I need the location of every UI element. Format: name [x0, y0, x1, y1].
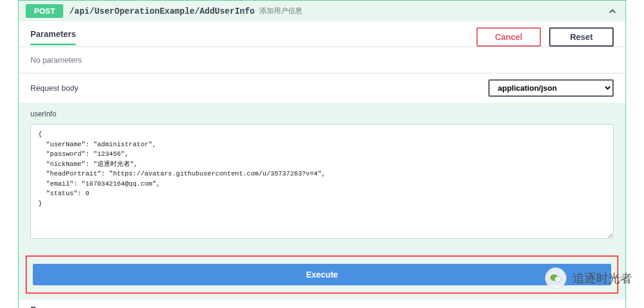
operation-header[interactable]: POST /api/UserOperationExample/AddUserIn…: [18, 1, 626, 21]
no-parameters-text: No parameters: [18, 47, 626, 73]
request-body-section: userInfo: [18, 103, 626, 252]
svg-point-1: [555, 276, 561, 282]
watermark-text: 追逐时光者: [572, 270, 632, 287]
watermark: 追逐时光者: [545, 267, 632, 289]
content-type-select[interactable]: application/json: [488, 79, 614, 97]
action-buttons: Cancel Reset: [476, 27, 614, 47]
responses-tab[interactable]: Responses: [30, 305, 75, 308]
parameters-tab[interactable]: Parameters: [30, 29, 76, 45]
chevron-up-icon[interactable]: [608, 7, 617, 16]
endpoint-description: 添加用户信息: [259, 6, 302, 16]
request-body-row: Request body application/json: [18, 73, 626, 103]
wechat-icon: [545, 267, 566, 289]
execute-highlight-box: Execute: [26, 255, 618, 294]
parameters-header-row: Parameters Cancel Reset: [18, 21, 626, 47]
endpoint-path: /api/UserOperationExample/AddUserInfo: [69, 7, 255, 16]
model-name-label: userInfo: [30, 110, 614, 118]
request-body-label: Request body: [30, 84, 78, 93]
responses-header-row: Responses: [18, 300, 626, 308]
request-body-textarea[interactable]: [30, 124, 614, 239]
reset-button[interactable]: Reset: [549, 27, 614, 47]
api-operation-panel: POST /api/UserOperationExample/AddUserIn…: [18, 0, 626, 308]
execute-button[interactable]: Execute: [33, 264, 611, 285]
http-method-badge: POST: [26, 4, 63, 18]
cancel-button[interactable]: Cancel: [476, 27, 541, 47]
